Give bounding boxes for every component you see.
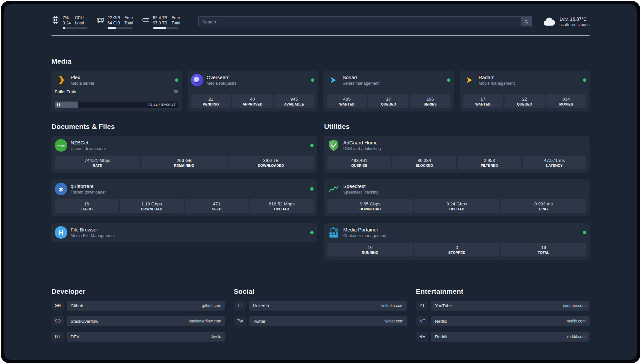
bookmark-name: Reddit — [435, 334, 447, 339]
sonarr-icon — [327, 74, 339, 86]
pause-icon — [57, 104, 60, 106]
bookmark-name: Twitter — [253, 319, 265, 324]
stat-approved: 40APPROVED — [232, 94, 273, 108]
app-card-header: Speedtest Speedtest Tracking — [327, 183, 586, 195]
stat-download: 1.19 GbpsDOWNLOAD — [120, 199, 183, 213]
stat-queries: 498,461QUERIES — [327, 156, 391, 169]
section-title-media: Media — [51, 57, 590, 65]
bookmark-url: twitter.com — [384, 319, 403, 323]
app-name: NZBGet — [71, 140, 106, 146]
app-subtitle: Media Requests — [207, 81, 236, 86]
app-subtitle: Container management — [343, 233, 386, 238]
app-name: qBittorrent — [71, 183, 106, 189]
stat-ping: 0.993 msPING — [501, 199, 586, 213]
status-dot — [310, 187, 314, 191]
app-card-nzbget[interactable]: nzbget NZBGet Usenet downloader 744.21 M… — [51, 136, 317, 173]
app-card-filebrowser[interactable]: File Browser Media File Management — [51, 223, 317, 242]
bookmark-stackoverflow[interactable]: SO StackOverflowstackoverflow.com — [51, 316, 225, 326]
filebrowser-icon — [55, 226, 67, 239]
search-provider-button[interactable]: G — [521, 17, 532, 26]
section-media: Media Plex Media server Bullet Train — [51, 57, 590, 111]
cpu-icon — [51, 16, 60, 24]
speedtest-icon — [327, 183, 340, 195]
app-card-header: AdGuard Home DNS and adblocking — [327, 139, 586, 152]
bookmark-abbr: SO — [51, 316, 64, 326]
app-card-qbittorrent[interactable]: qb qBittorrent Torrent downloader 16LEEC… — [51, 179, 317, 216]
bookmark-abbr: NF — [416, 316, 428, 326]
app-card-plex[interactable]: Plex Media server Bullet Train 24:44 / 0… — [51, 71, 182, 111]
radarr-icon — [463, 74, 475, 86]
section-utilities: Utilities AdGuard Home DNS and adblockin… — [324, 123, 590, 260]
bookmark-name: Netflix — [435, 319, 447, 324]
bookmark-name: StackOverflow — [71, 319, 98, 324]
weather-widget: Lviv, 16.87°C scattered clouds — [542, 16, 590, 27]
app-card-adguard[interactable]: AdGuard Home DNS and adblocking 498,461Q… — [324, 136, 590, 173]
app-name: Overseerr — [207, 75, 236, 80]
plex-icon — [55, 74, 67, 86]
app-subtitle: Torrent downloader — [71, 190, 106, 195]
bookmarks-developer: Developer GH Githubgithub.com SO StackOv… — [51, 288, 225, 342]
bookmark-netflix[interactable]: NF Netflixnetflix.com — [416, 316, 590, 326]
bookmark-url: stackoverflow.com — [189, 319, 221, 323]
app-subtitle: Movie management — [479, 81, 515, 86]
bookmark-abbr: LI — [234, 301, 246, 311]
bookmarks-social: Social LI LinkedInlinkedin.com TW Twitte… — [234, 288, 408, 342]
gear-icon[interactable] — [173, 89, 178, 94]
bookmarks-title-entertainment: Entertainment — [416, 288, 590, 295]
bookmark-linkedin[interactable]: LI LinkedInlinkedin.com — [234, 301, 408, 311]
search-bar: G — [198, 16, 533, 27]
bookmark-reddit[interactable]: RE Redditreddit.com — [416, 332, 590, 342]
stat-running: 16RUNNING — [327, 243, 413, 257]
now-playing-title: Bullet Train — [55, 89, 76, 94]
app-name: Media Portainer — [343, 227, 386, 233]
stats-row: 16RUNNING 0STOPPED 16TOTAL — [327, 243, 586, 257]
status-dot — [583, 231, 586, 234]
stats-row: 498,461QUERIES 86,384BLOCKED 2,953FILTER… — [327, 156, 586, 169]
app-name: File Browser — [71, 227, 115, 233]
app-card-overseerr[interactable]: Overseerr Media Requests 21PENDING 40APP… — [188, 71, 318, 111]
bookmark-twitter[interactable]: TW Twittertwitter.com — [234, 316, 408, 326]
bookmark-name: DEV — [71, 334, 79, 339]
section-title-utilities: Utilities — [324, 123, 590, 131]
stat-downloaded: 39.6 TBDOWNLOADED — [228, 156, 314, 169]
bookmarks-title-social: Social — [234, 288, 408, 295]
section-title-documents: Documents & Files — [51, 123, 317, 131]
stat-upload: 618.52 MbpsUPLOAD — [250, 199, 314, 213]
stat-queued: 22QUEUED — [504, 94, 545, 108]
top-bar: 7% 3.24 CPU Load 22 GiB — [51, 14, 590, 29]
cpu-values: 7% 3.24 — [63, 15, 71, 26]
bookmark-url: linkedin.com — [382, 303, 404, 308]
bookmark-abbr: GH — [51, 301, 64, 311]
svg-text:nzbget: nzbget — [57, 144, 65, 147]
stat-stopped: 0STOPPED — [414, 243, 500, 257]
bookmark-url: netflix.com — [567, 319, 586, 323]
now-playing-row: Bullet Train — [55, 89, 178, 94]
status-dot — [310, 231, 314, 234]
stats-row: 9.65 GbpsDOWNLOAD 9.24 GbpsUPLOAD 0.993 … — [327, 199, 586, 213]
memory-labels: Free Total — [124, 15, 133, 26]
stats-row: 744.21 MbpsRATE 266 GBREMAINING 39.6 TBD… — [55, 156, 314, 169]
stat-download: 9.65 GbpsDOWNLOAD — [327, 199, 413, 213]
bookmark-github[interactable]: GH Githubgithub.com — [51, 301, 225, 311]
app-card-speedtest[interactable]: Speedtest Speedtest Tracking 9.65 GbpsDO… — [324, 179, 590, 216]
app-card-portainer[interactable]: Media Portainer Container management 16R… — [324, 223, 590, 260]
bookmark-abbr: TW — [234, 316, 246, 326]
stat-upload: 9.24 GbpsUPLOAD — [414, 199, 500, 213]
bookmark-youtube[interactable]: YT YouTubeyoutube.com — [416, 301, 590, 311]
bookmark-abbr: DT — [51, 332, 64, 342]
app-card-header: Radarr Movie management — [463, 74, 587, 86]
stat-movies: 834MOVIES — [546, 94, 586, 108]
stat-leech: 16LEECH — [55, 199, 118, 213]
disk-usage-bar — [153, 27, 178, 29]
weather-location: Lviv, 16.87°C — [560, 16, 590, 22]
disk-icon — [142, 16, 150, 24]
stat-latency: 47.571 msLATENCY — [523, 156, 586, 169]
bookmark-dev[interactable]: DT DEVdev.to — [51, 332, 225, 342]
stat-rate: 744.21 MbpsRATE — [55, 156, 140, 169]
app-card-sonarr[interactable]: Sonarr Series management 485WANTED 17QUE… — [323, 71, 454, 111]
dashboard: 7% 3.24 CPU Load 22 GiB — [4, 4, 637, 360]
app-name: Radarr — [479, 75, 515, 80]
app-card-radarr[interactable]: Radarr Movie management 17WANTED 22QUEUE… — [460, 71, 590, 111]
section-documents: Documents & Files nzbget NZBGet Usenet d… — [51, 123, 317, 260]
search-input[interactable] — [198, 16, 521, 27]
